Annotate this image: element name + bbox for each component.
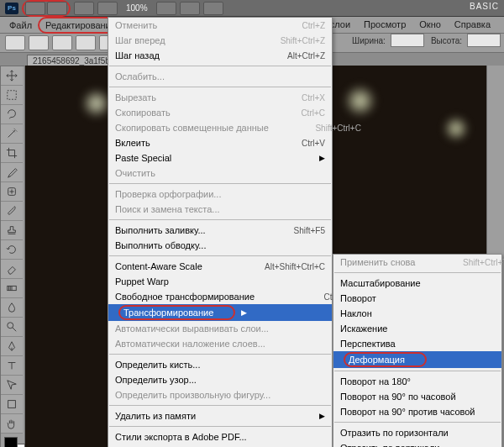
- menu-cut[interactable]: ВырезатьCtrl+X: [108, 90, 332, 105]
- wand-tool-icon[interactable]: [1, 124, 23, 144]
- path-tool-icon[interactable]: [1, 376, 23, 395]
- menu-auto-blend[interactable]: Автоматически наложение слоев...: [108, 336, 332, 351]
- warp-highlight: Деформация: [344, 352, 427, 367]
- ps-logo-icon: Ps: [5, 3, 18, 14]
- dodge-tool-icon[interactable]: [1, 318, 23, 337]
- menu-content-aware-scale[interactable]: Content-Aware ScaleAlt+Shift+Ctrl+C: [108, 259, 332, 274]
- menu-fade[interactable]: Ослабить...: [108, 69, 332, 84]
- top-icon-2[interactable]: [47, 2, 67, 15]
- top-icon-1[interactable]: [25, 2, 45, 15]
- menu-window[interactable]: Окно: [412, 18, 448, 31]
- menu-view[interactable]: Просмотр: [357, 18, 412, 31]
- menu-copy-merged[interactable]: Скопировать совмещенные данныеShift+Ctrl…: [108, 120, 332, 135]
- transform-submenu: Применить сноваShift+Ctrl+T Масштабирова…: [333, 254, 502, 447]
- submenu-skew[interactable]: Наклон: [333, 306, 501, 321]
- menu-clear[interactable]: Очистить: [108, 166, 332, 181]
- submenu-rotate-90cw[interactable]: Поворот на 90° по часовой: [333, 389, 501, 404]
- tool-preset-icon[interactable]: [5, 35, 25, 50]
- menu-spellcheck[interactable]: Проверка орфографии...: [108, 187, 332, 202]
- menu-step-forward[interactable]: Шаг впередShift+Ctrl+Z: [108, 33, 332, 48]
- type-tool-icon[interactable]: [1, 356, 23, 376]
- menu-step-backward[interactable]: Шаг назадAlt+Ctrl+Z: [108, 48, 332, 63]
- foreground-color-icon[interactable]: [4, 437, 18, 447]
- top-icon-3[interactable]: [74, 2, 94, 15]
- submenu-rotate[interactable]: Поворот: [333, 291, 501, 306]
- height-label: Высота:: [431, 36, 462, 45]
- blur-tool-icon[interactable]: [1, 298, 23, 318]
- background-color-icon[interactable]: [12, 444, 25, 447]
- submenu-again[interactable]: Применить сноваShift+Ctrl+T: [333, 255, 501, 270]
- icon-topbar: Ps 100% BASIC: [0, 0, 504, 17]
- opt-icon-2[interactable]: [52, 35, 72, 50]
- menu-define-pattern[interactable]: Определить узор...: [108, 372, 332, 387]
- width-label: Ширина:: [352, 36, 386, 45]
- top-icon-4[interactable]: [97, 2, 118, 15]
- menu-puppet-warp[interactable]: Puppet Warp: [108, 274, 332, 289]
- menu-help[interactable]: Справка: [448, 18, 497, 31]
- menu-pdf-presets[interactable]: Стили экспорта в Adobe PDF...: [108, 429, 332, 444]
- brush-tool-icon[interactable]: [1, 202, 23, 221]
- height-field[interactable]: [467, 34, 501, 47]
- submenu-distort[interactable]: Искажение: [333, 321, 501, 336]
- stamp-tool-icon[interactable]: [1, 221, 23, 240]
- transform-highlight: Трансформирование: [118, 305, 235, 320]
- menubar-right: 3D-слои Просмотр Окно Справка: [308, 16, 504, 32]
- menu-copy[interactable]: СкопироватьCtrl+C: [108, 105, 332, 120]
- opt-icon-3[interactable]: [76, 35, 96, 50]
- hand-tool-icon[interactable]: [1, 414, 23, 434]
- menu-transform[interactable]: Трансформирование ▶: [108, 304, 332, 321]
- menu-paste-special[interactable]: Paste Special▶: [108, 150, 332, 166]
- shape-tool-icon[interactable]: [1, 395, 23, 414]
- toolbox: [0, 66, 25, 447]
- top-icon-6[interactable]: [180, 2, 200, 15]
- highlighted-top-icons: [22, 0, 71, 17]
- svg-point-3: [8, 323, 13, 329]
- options-right: Ширина: Высота:: [349, 34, 501, 47]
- marquee-tool-icon[interactable]: [1, 86, 23, 105]
- zoom-percent[interactable]: 100%: [126, 3, 148, 13]
- menu-define-shape[interactable]: Определить произвольную фигуру...: [108, 387, 332, 402]
- menu-purge[interactable]: Удалить из памяти▶: [108, 408, 332, 423]
- workspace-label[interactable]: BASIC: [470, 2, 499, 11]
- menu-fill[interactable]: Выполнить заливку...Shift+F5: [108, 223, 332, 238]
- history-brush-tool-icon[interactable]: [1, 240, 23, 260]
- submenu-rotate-180[interactable]: Поворот на 180°: [333, 374, 501, 389]
- menu-stroke[interactable]: Выполнить обводку...: [108, 238, 332, 253]
- submenu-scale[interactable]: Масштабирование: [333, 276, 501, 291]
- submenu-perspective[interactable]: Перспектива: [333, 336, 501, 351]
- menu-define-brush[interactable]: Определить кисть...: [108, 357, 332, 372]
- menu-paste[interactable]: ВклеитьCtrl+V: [108, 135, 332, 150]
- eraser-tool-icon[interactable]: [1, 260, 23, 279]
- heal-tool-icon[interactable]: [1, 182, 23, 202]
- eyedropper-tool-icon[interactable]: [1, 163, 23, 182]
- submenu-warp[interactable]: Деформация: [333, 351, 501, 368]
- svg-rect-0: [8, 91, 17, 100]
- gradient-tool-icon[interactable]: [1, 279, 23, 298]
- submenu-rotate-90ccw[interactable]: Поворот на 90° против часовой: [333, 404, 501, 419]
- submenu-flip-vertical[interactable]: Отразить по вертикали: [333, 440, 501, 447]
- move-tool-icon[interactable]: [1, 66, 23, 86]
- top-icon-7[interactable]: [203, 2, 223, 15]
- pen-tool-icon[interactable]: [1, 337, 23, 356]
- menu-file[interactable]: Файл: [3, 18, 38, 32]
- crop-tool-icon[interactable]: [1, 144, 23, 163]
- color-swatches[interactable]: [1, 434, 24, 447]
- edit-dropdown: ОтменитьCtrl+Z Шаг впередShift+Ctrl+Z Ша…: [108, 17, 333, 447]
- width-field[interactable]: [391, 34, 424, 47]
- svg-rect-4: [8, 401, 16, 408]
- top-icon-5[interactable]: [156, 2, 176, 15]
- submenu-flip-horizontal[interactable]: Отразить по горизонтали: [333, 425, 501, 440]
- menu-free-transform[interactable]: Свободное трансформированиеCtrl+T: [108, 289, 332, 304]
- menu-undo[interactable]: ОтменитьCtrl+Z: [108, 18, 332, 33]
- menu-find-replace[interactable]: Поиск и замена текста...: [108, 202, 332, 217]
- menu-auto-align[interactable]: Автоматически выравнивать слои...: [108, 321, 332, 336]
- opt-icon-1[interactable]: [29, 35, 49, 50]
- lasso-tool-icon[interactable]: [1, 105, 23, 124]
